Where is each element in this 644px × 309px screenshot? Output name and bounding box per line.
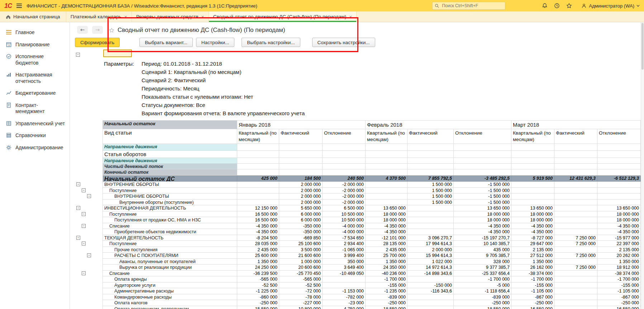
scrollbar-thumb[interactable] [641,23,644,70]
cell-value: -23 000 [323,300,366,306]
cell-value: -4 750 000 [323,306,366,309]
table-cell [237,144,279,151]
cell-value: -669 850 [279,235,323,241]
table-cell [554,144,597,151]
collapse-group-icon[interactable]: − [82,224,86,228]
tree-margin [70,306,103,309]
cell-value [237,193,279,200]
cell-value: -839 000 [366,294,407,300]
row-label: Поступление [103,188,237,194]
history-clock-icon[interactable] [554,3,560,9]
collapse-group-icon[interactable]: − [82,271,86,275]
search-input[interactable] [441,3,496,9]
management-accounting-icon [5,120,12,127]
tab-close-icon[interactable]: × [349,14,352,19]
row-label: ВНУТРЕННИЕ ОБОРОТЫ [103,193,237,200]
sidebar-item-upravlencheskiy-uchet[interactable]: Управленческий учет [0,118,70,130]
cell-value [511,182,554,188]
cell-value: -16 550 000 [511,306,554,309]
cell-value: 26 162 000 [511,264,554,271]
table-cell [366,158,407,164]
tab-active[interactable]: Сводный отчет по движению ДС (Cash-flow)… [209,11,357,22]
sidebar-item-spravochniki[interactable]: Справочники [0,130,70,142]
notifications-bell-icon[interactable] [542,3,548,9]
cell-value: -4 350 000 [237,229,279,235]
collapse-group-icon[interactable]: − [76,182,80,186]
collapse-group-icon[interactable]: − [87,253,91,257]
choose-variant-button[interactable]: Выбрать вариант... [139,38,193,47]
save-settings-button[interactable]: Сохранить настройки... [312,38,375,47]
back-button[interactable]: ← [77,26,88,34]
sidebar-item-byudzhetirovanie[interactable]: Бюджетирование [0,87,70,99]
sidebar-item-kontrakt-menedzhment[interactable]: Контракт-менеджмент [0,99,70,118]
tree-margin [70,294,103,300]
sidebar-item-administrirovanie[interactable]: Администрирование [0,142,70,154]
sidebar-item-ispolnenie-byudzhetov[interactable]: Исполнение бюджетов [0,51,70,69]
collapse-group-icon[interactable]: − [82,242,86,245]
cell-value: 2 135 000 [511,247,554,253]
favorites-star-icon[interactable] [566,3,572,9]
sidebar-item-label: Исполнение бюджетов [15,53,66,66]
scenario-header: Квартальный (по месяцам) [366,129,407,144]
cell-value: 18 000 000 [366,211,407,217]
cell-value: -8 204 500 [237,235,279,241]
cell-value: -4 350 000 [597,229,641,235]
choose-settings-button[interactable]: Выбрать настройки... [242,38,300,47]
row-label: Внутренние обороты (поступление) [103,200,237,206]
tree-margin [70,247,103,253]
sidebar-item-glavnoe[interactable]: Главное [0,27,70,39]
cell-value [554,259,597,265]
favorite-star-icon[interactable] [109,28,114,33]
sidebar-item-label: Главное [15,29,35,36]
cell-value: -155 000 [511,282,554,289]
tab-close-icon[interactable]: × [201,14,204,19]
cell-value [511,193,554,200]
sidebar-item-planirovanie[interactable]: 19Планирование [0,39,70,51]
collapse-group-icon[interactable]: − [76,53,80,57]
main-menu-icon[interactable] [16,3,22,8]
collapse-group-icon[interactable]: − [76,206,80,210]
row-label: Выручка от реализации продукции [103,264,237,271]
tab[interactable]: Резервы денежных средств× [132,11,209,22]
sidebar-item-nastraivaemaya-otchetnost[interactable]: Настраиваемая отчетность [0,69,70,87]
cell-value [554,193,597,200]
collapse-group-icon[interactable]: − [87,194,91,198]
cell-value: 24 350 000 [366,264,407,271]
generate-button[interactable]: Сформировать [75,38,120,47]
table-cell [511,158,554,164]
table-cell [597,158,641,164]
structure-row-label: Статья оборотов [103,151,237,158]
user-menu[interactable]: Администратор (WA) [581,3,640,9]
home-tab[interactable]: Начальная страница [0,11,66,22]
settings-button[interactable]: Настройки... [196,38,234,47]
tree-margin [70,169,103,175]
collapse-group-icon[interactable]: − [82,212,86,216]
selected-cell[interactable] [103,50,132,57]
vertical-scrollbar[interactable] [641,22,644,309]
cell-value: 13 650 000 [511,205,554,211]
cell-value: 2 000 000 [279,182,323,188]
cell-value: 1 500 000 [407,193,454,200]
structure-row-label: Направление движения [103,144,237,151]
table-cell [511,169,554,175]
tree-margin: − [70,188,103,194]
cell-value: 28 035 000 [237,241,279,247]
tab[interactable]: Платежный календарь× [66,11,132,22]
cell-value: -150 000 [407,282,454,289]
cell-value: 18 000 000 [511,211,554,217]
tree-margin [70,300,103,306]
cell-value: -782 000 [323,294,366,300]
collapse-group-icon[interactable]: − [82,188,86,192]
cell-value [554,271,597,277]
table-cell [454,158,511,164]
tree-margin: − [70,235,103,241]
row-label: Прочие поступления [103,247,237,253]
cell-value: 10 500 000 [323,217,366,223]
cell-value: 24 250 000 [237,264,279,271]
cell-value: 18 000 000 [454,217,511,223]
cell-value: -155 000 [366,282,407,289]
collapse-group-icon[interactable]: − [76,236,80,240]
forward-button[interactable]: → [92,26,103,34]
global-search[interactable] [432,2,505,10]
tab-close-icon[interactable]: × [124,14,127,19]
